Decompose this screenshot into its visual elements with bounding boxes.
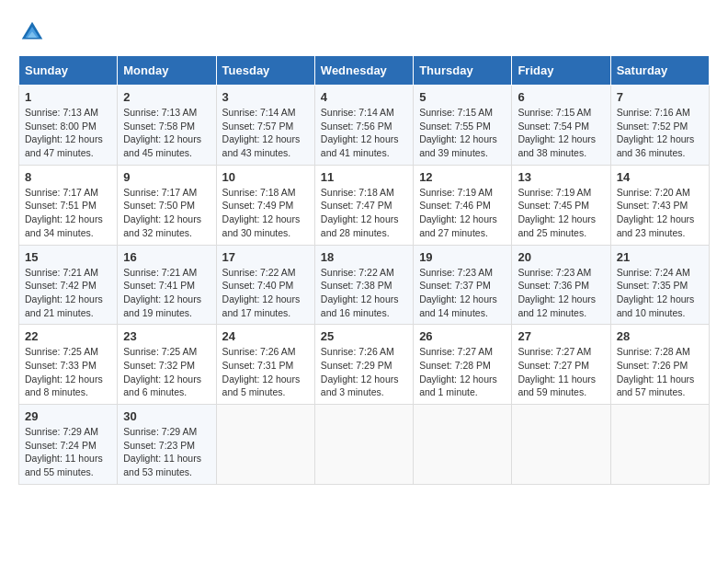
cell-info: Sunrise: 7:29 AM Sunset: 7:23 PM Dayligh… xyxy=(123,425,210,479)
header-row: SundayMondayTuesdayWednesdayThursdayFrid… xyxy=(19,56,710,86)
page-header xyxy=(18,18,710,46)
cell-info: Sunrise: 7:17 AM Sunset: 7:51 PM Dayligh… xyxy=(25,186,111,240)
calendar-cell: 1Sunrise: 7:13 AM Sunset: 8:00 PM Daylig… xyxy=(19,86,118,166)
calendar-cell: 16Sunrise: 7:21 AM Sunset: 7:41 PM Dayli… xyxy=(118,245,216,325)
calendar-cell xyxy=(414,405,512,485)
day-number: 1 xyxy=(25,90,111,104)
day-number: 8 xyxy=(25,170,111,184)
day-number: 20 xyxy=(518,250,604,264)
calendar-cell: 15Sunrise: 7:21 AM Sunset: 7:42 PM Dayli… xyxy=(19,245,118,325)
cell-info: Sunrise: 7:15 AM Sunset: 7:54 PM Dayligh… xyxy=(518,106,604,160)
cell-info: Sunrise: 7:17 AM Sunset: 7:50 PM Dayligh… xyxy=(123,186,210,240)
calendar-cell: 30Sunrise: 7:29 AM Sunset: 7:23 PM Dayli… xyxy=(118,405,216,485)
day-number: 29 xyxy=(25,409,111,423)
day-number: 6 xyxy=(518,90,604,104)
calendar-cell: 11Sunrise: 7:18 AM Sunset: 7:47 PM Dayli… xyxy=(314,165,413,245)
calendar-cell: 19Sunrise: 7:23 AM Sunset: 7:37 PM Dayli… xyxy=(414,245,512,325)
cell-info: Sunrise: 7:22 AM Sunset: 7:38 PM Dayligh… xyxy=(321,266,407,320)
cell-info: Sunrise: 7:21 AM Sunset: 7:41 PM Dayligh… xyxy=(123,266,210,320)
col-header-saturday: Saturday xyxy=(610,56,709,86)
cell-info: Sunrise: 7:19 AM Sunset: 7:45 PM Dayligh… xyxy=(518,186,604,240)
calendar-cell: 22Sunrise: 7:25 AM Sunset: 7:33 PM Dayli… xyxy=(19,325,118,405)
day-number: 25 xyxy=(321,329,407,343)
calendar-cell: 2Sunrise: 7:13 AM Sunset: 7:58 PM Daylig… xyxy=(118,86,216,166)
calendar-cell: 14Sunrise: 7:20 AM Sunset: 7:43 PM Dayli… xyxy=(610,165,709,245)
col-header-sunday: Sunday xyxy=(19,56,118,86)
day-number: 18 xyxy=(321,250,407,264)
week-row: 1Sunrise: 7:13 AM Sunset: 8:00 PM Daylig… xyxy=(19,86,710,166)
logo-icon xyxy=(18,18,46,46)
day-number: 24 xyxy=(222,329,309,343)
day-number: 16 xyxy=(123,250,210,264)
calendar-cell: 26Sunrise: 7:27 AM Sunset: 7:28 PM Dayli… xyxy=(414,325,512,405)
calendar-table: SundayMondayTuesdayWednesdayThursdayFrid… xyxy=(18,55,710,485)
day-number: 26 xyxy=(419,329,506,343)
calendar-cell: 23Sunrise: 7:25 AM Sunset: 7:32 PM Dayli… xyxy=(118,325,216,405)
cell-info: Sunrise: 7:18 AM Sunset: 7:47 PM Dayligh… xyxy=(321,186,407,240)
calendar-cell: 18Sunrise: 7:22 AM Sunset: 7:38 PM Dayli… xyxy=(314,245,413,325)
calendar-cell: 27Sunrise: 7:27 AM Sunset: 7:27 PM Dayli… xyxy=(512,325,610,405)
cell-info: Sunrise: 7:18 AM Sunset: 7:49 PM Dayligh… xyxy=(222,186,309,240)
day-number: 2 xyxy=(123,90,210,104)
day-number: 15 xyxy=(25,250,111,264)
day-number: 5 xyxy=(419,90,506,104)
calendar-cell: 29Sunrise: 7:29 AM Sunset: 7:24 PM Dayli… xyxy=(19,405,118,485)
cell-info: Sunrise: 7:19 AM Sunset: 7:46 PM Dayligh… xyxy=(419,186,506,240)
day-number: 4 xyxy=(321,90,407,104)
col-header-tuesday: Tuesday xyxy=(216,56,314,86)
calendar-cell xyxy=(610,405,709,485)
col-header-monday: Monday xyxy=(118,56,216,86)
cell-info: Sunrise: 7:23 AM Sunset: 7:36 PM Dayligh… xyxy=(518,266,604,320)
cell-info: Sunrise: 7:14 AM Sunset: 7:56 PM Dayligh… xyxy=(321,106,407,160)
day-number: 23 xyxy=(123,329,210,343)
cell-info: Sunrise: 7:24 AM Sunset: 7:35 PM Dayligh… xyxy=(617,266,703,320)
calendar-cell: 20Sunrise: 7:23 AM Sunset: 7:36 PM Dayli… xyxy=(512,245,610,325)
day-number: 21 xyxy=(617,250,703,264)
day-number: 11 xyxy=(321,170,407,184)
calendar-cell: 25Sunrise: 7:26 AM Sunset: 7:29 PM Dayli… xyxy=(314,325,413,405)
col-header-friday: Friday xyxy=(512,56,610,86)
day-number: 19 xyxy=(419,250,506,264)
col-header-thursday: Thursday xyxy=(414,56,512,86)
cell-info: Sunrise: 7:20 AM Sunset: 7:43 PM Dayligh… xyxy=(617,186,703,240)
calendar-cell: 6Sunrise: 7:15 AM Sunset: 7:54 PM Daylig… xyxy=(512,86,610,166)
cell-info: Sunrise: 7:27 AM Sunset: 7:27 PM Dayligh… xyxy=(518,345,604,399)
calendar-cell: 21Sunrise: 7:24 AM Sunset: 7:35 PM Dayli… xyxy=(610,245,709,325)
day-number: 10 xyxy=(222,170,309,184)
day-number: 3 xyxy=(222,90,309,104)
calendar-cell: 28Sunrise: 7:28 AM Sunset: 7:26 PM Dayli… xyxy=(610,325,709,405)
day-number: 22 xyxy=(25,329,111,343)
calendar-cell xyxy=(314,405,413,485)
cell-info: Sunrise: 7:13 AM Sunset: 8:00 PM Dayligh… xyxy=(25,106,111,160)
day-number: 27 xyxy=(518,329,604,343)
cell-info: Sunrise: 7:28 AM Sunset: 7:26 PM Dayligh… xyxy=(617,345,703,399)
calendar-cell: 7Sunrise: 7:16 AM Sunset: 7:52 PM Daylig… xyxy=(610,86,709,166)
cell-info: Sunrise: 7:27 AM Sunset: 7:28 PM Dayligh… xyxy=(419,345,506,399)
cell-info: Sunrise: 7:26 AM Sunset: 7:31 PM Dayligh… xyxy=(222,345,309,399)
cell-info: Sunrise: 7:15 AM Sunset: 7:55 PM Dayligh… xyxy=(419,106,506,160)
logo xyxy=(18,18,50,46)
day-number: 7 xyxy=(617,90,703,104)
week-row: 15Sunrise: 7:21 AM Sunset: 7:42 PM Dayli… xyxy=(19,245,710,325)
calendar-cell: 12Sunrise: 7:19 AM Sunset: 7:46 PM Dayli… xyxy=(414,165,512,245)
calendar-cell: 10Sunrise: 7:18 AM Sunset: 7:49 PM Dayli… xyxy=(216,165,314,245)
calendar-cell: 8Sunrise: 7:17 AM Sunset: 7:51 PM Daylig… xyxy=(19,165,118,245)
cell-info: Sunrise: 7:13 AM Sunset: 7:58 PM Dayligh… xyxy=(123,106,210,160)
cell-info: Sunrise: 7:14 AM Sunset: 7:57 PM Dayligh… xyxy=(222,106,309,160)
cell-info: Sunrise: 7:29 AM Sunset: 7:24 PM Dayligh… xyxy=(25,425,111,479)
week-row: 8Sunrise: 7:17 AM Sunset: 7:51 PM Daylig… xyxy=(19,165,710,245)
week-row: 22Sunrise: 7:25 AM Sunset: 7:33 PM Dayli… xyxy=(19,325,710,405)
day-number: 28 xyxy=(617,329,703,343)
calendar-cell: 4Sunrise: 7:14 AM Sunset: 7:56 PM Daylig… xyxy=(314,86,413,166)
cell-info: Sunrise: 7:22 AM Sunset: 7:40 PM Dayligh… xyxy=(222,266,309,320)
cell-info: Sunrise: 7:26 AM Sunset: 7:29 PM Dayligh… xyxy=(321,345,407,399)
calendar-cell: 17Sunrise: 7:22 AM Sunset: 7:40 PM Dayli… xyxy=(216,245,314,325)
cell-info: Sunrise: 7:25 AM Sunset: 7:32 PM Dayligh… xyxy=(123,345,210,399)
cell-info: Sunrise: 7:21 AM Sunset: 7:42 PM Dayligh… xyxy=(25,266,111,320)
day-number: 13 xyxy=(518,170,604,184)
calendar-cell: 3Sunrise: 7:14 AM Sunset: 7:57 PM Daylig… xyxy=(216,86,314,166)
day-number: 30 xyxy=(123,409,210,423)
cell-info: Sunrise: 7:25 AM Sunset: 7:33 PM Dayligh… xyxy=(25,345,111,399)
calendar-cell xyxy=(512,405,610,485)
cell-info: Sunrise: 7:16 AM Sunset: 7:52 PM Dayligh… xyxy=(617,106,703,160)
